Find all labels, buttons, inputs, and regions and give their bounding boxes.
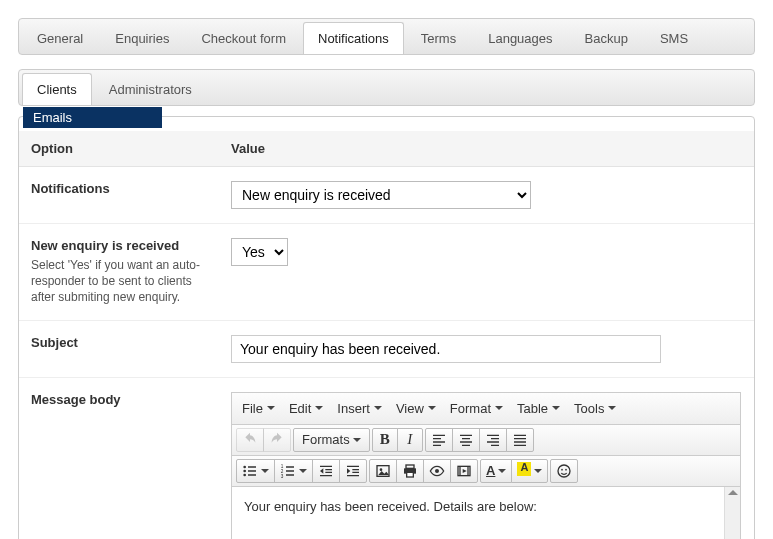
menu-format[interactable]: Format [444,396,509,421]
row-notifications: Notifications New enquiry is received [19,167,754,224]
tab-notifications[interactable]: Notifications [303,22,404,54]
primary-tabs: General Enquiries Checkout form Notifica… [18,18,755,55]
italic-icon: I [407,431,412,448]
svg-point-15 [566,468,568,470]
undo-button[interactable] [236,428,264,452]
number-list-icon: 123 [280,463,296,479]
text-color-button[interactable]: A [480,459,512,483]
caret-icon [374,406,382,410]
editor-scrollbar[interactable] [724,487,740,539]
outdent-icon [318,463,334,479]
print-button[interactable] [396,459,424,483]
align-justify-icon [512,432,528,448]
caret-icon [552,406,560,410]
image-button[interactable] [369,459,397,483]
new-enquiry-select[interactable]: Yes [231,238,288,266]
menu-file[interactable]: File [236,396,281,421]
svg-rect-10 [407,472,414,477]
svg-text:3: 3 [281,473,284,478]
bullet-list-icon [242,463,258,479]
menu-view[interactable]: View [390,396,442,421]
svg-point-0 [243,465,246,468]
preview-button[interactable] [423,459,451,483]
caret-icon [428,406,436,410]
menu-insert[interactable]: Insert [331,396,388,421]
fieldset-legend: Emails [23,107,162,128]
secondary-tabs: Clients Administrators [18,69,755,106]
smiley-icon [556,463,572,479]
undo-icon [242,432,258,448]
svg-point-7 [380,468,383,471]
italic-button[interactable]: I [397,428,423,452]
editor-content[interactable]: Your enquiry has been received. Details … [232,487,724,539]
tab-general[interactable]: General [22,22,98,54]
label-message-body: Message body [31,392,207,407]
caret-icon [498,469,506,473]
formats-button[interactable]: Formats [293,428,370,452]
menu-table[interactable]: Table [511,396,566,421]
align-justify-button[interactable] [506,428,534,452]
col-option: Option [19,131,219,167]
number-list-button[interactable]: 123 [274,459,313,483]
caret-icon [495,406,503,410]
tab-sms[interactable]: SMS [645,22,703,54]
tab-backup[interactable]: Backup [570,22,643,54]
svg-rect-8 [406,465,414,468]
bold-icon: B [380,431,390,448]
settings-table: Option Value Notifications New enquiry i… [19,131,754,539]
col-value: Value [219,131,754,167]
editor-toolbar-2: 123 A [232,456,740,487]
editor-toolbar-1: Formats B I [232,425,740,456]
editor-menubar: File Edit Insert View Format Table Tools [232,393,740,425]
caret-icon [534,469,542,473]
outdent-button[interactable] [312,459,340,483]
align-left-icon [431,432,447,448]
bold-button[interactable]: B [372,428,398,452]
emoticon-button[interactable] [550,459,578,483]
align-right-icon [485,432,501,448]
desc-new-enquiry: Select 'Yes' if you want an auto-respond… [31,257,207,306]
tab-administrators[interactable]: Administrators [94,73,207,105]
align-center-icon [458,432,474,448]
redo-icon [269,432,285,448]
align-right-button[interactable] [479,428,507,452]
svg-point-1 [243,469,246,472]
emails-fieldset: Emails Option Value Notifications New en… [18,116,755,539]
row-message-body: Message body File Edit Insert View Forma… [19,377,754,539]
caret-icon [299,469,307,473]
caret-icon [353,438,361,442]
bullet-list-button[interactable] [236,459,275,483]
tab-checkout-form[interactable]: Checkout form [186,22,301,54]
align-center-button[interactable] [452,428,480,452]
caret-icon [315,406,323,410]
bg-color-button[interactable]: A [511,459,548,483]
label-subject: Subject [31,335,207,350]
tab-enquiries[interactable]: Enquiries [100,22,184,54]
caret-icon [267,406,275,410]
menu-tools[interactable]: Tools [568,396,622,421]
redo-button[interactable] [263,428,291,452]
indent-icon [345,463,361,479]
tab-languages[interactable]: Languages [473,22,567,54]
eye-icon [429,463,445,479]
tab-terms[interactable]: Terms [406,22,471,54]
indent-button[interactable] [339,459,367,483]
svg-point-14 [562,468,564,470]
label-new-enquiry: New enquiry is received [31,238,207,253]
menu-edit[interactable]: Edit [283,396,329,421]
rich-text-editor: File Edit Insert View Format Table Tools [231,392,741,539]
image-icon [375,463,391,479]
caret-icon [261,469,269,473]
row-new-enquiry: New enquiry is received Select 'Yes' if … [19,224,754,321]
align-left-button[interactable] [425,428,453,452]
caret-icon [608,406,616,410]
tab-clients[interactable]: Clients [22,73,92,105]
label-notifications: Notifications [31,181,207,196]
svg-point-2 [243,473,246,476]
scroll-up-icon [728,490,738,495]
row-subject: Subject [19,320,754,377]
notifications-select[interactable]: New enquiry is received [231,181,531,209]
subject-input[interactable] [231,335,661,363]
svg-point-13 [558,465,570,477]
media-button[interactable] [450,459,478,483]
